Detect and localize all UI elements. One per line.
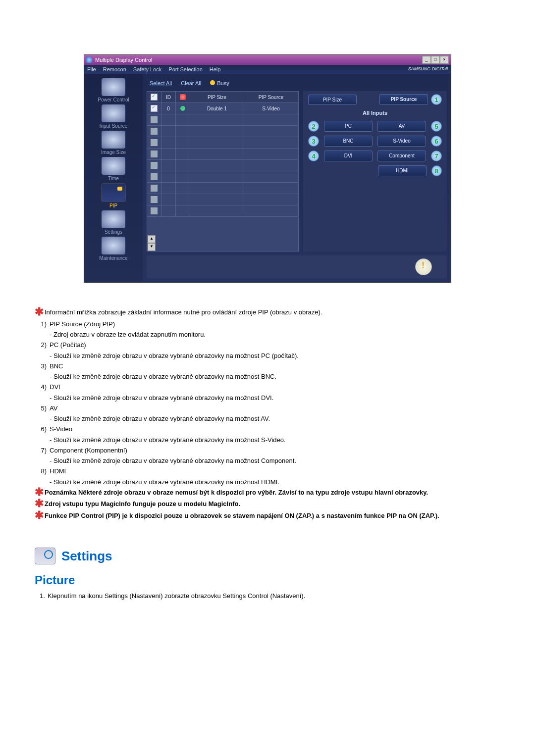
list-title: BNC xyxy=(50,361,63,371)
input-svideo-button[interactable]: S-Video xyxy=(377,136,426,147)
pip-source-button[interactable]: PIP Source xyxy=(379,94,428,105)
time-icon xyxy=(102,157,125,175)
row-id: 0 xyxy=(161,103,176,114)
callout-1: 1 xyxy=(431,94,442,105)
sidebar-item-maintenance[interactable]: Maintenance xyxy=(89,237,138,261)
sidebar-label: Power Control xyxy=(89,97,138,102)
input-hdmi-button[interactable]: HDMI xyxy=(378,165,427,176)
list-desc: - Zdroj obrazu v obraze lze ovládat zapn… xyxy=(35,331,500,338)
info-grid: ID PIP Size PIP Source 0 Double 1 S-Vid xyxy=(147,91,299,252)
header-pip-source: PIP Source xyxy=(244,92,298,102)
list-desc: - Slouží ke změně zdroje obrazu v obraze… xyxy=(35,352,500,359)
minimize-button[interactable]: _ xyxy=(422,56,431,64)
star-icon xyxy=(35,488,45,498)
grid-row[interactable] xyxy=(147,205,298,217)
all-inputs-label: All Inputs xyxy=(308,110,442,116)
row-checkbox[interactable] xyxy=(151,162,158,169)
menu-safety-lock[interactable]: Safety Lock xyxy=(133,66,161,72)
menu-file[interactable]: File xyxy=(87,66,96,72)
callout-5: 5 xyxy=(431,121,442,132)
grid-row[interactable] xyxy=(147,149,298,160)
input-source-icon xyxy=(102,104,125,122)
list-desc: - Slouží ke změně zdroje obrazu v obraze… xyxy=(35,415,500,422)
callout-4: 4 xyxy=(308,151,319,161)
sidebar-item-pip[interactable]: PIP xyxy=(89,183,138,208)
grid-row[interactable] xyxy=(147,160,298,171)
grid-row[interactable]: 0 Double 1 S-Video xyxy=(147,103,298,114)
scroll-up-icon[interactable]: ▲ xyxy=(148,235,156,243)
status-dot-icon xyxy=(180,106,185,111)
row-checkbox[interactable] xyxy=(151,139,158,146)
row-checkbox[interactable] xyxy=(151,128,158,135)
grid-row[interactable] xyxy=(147,137,298,149)
select-all-button[interactable]: Select All xyxy=(150,80,172,86)
list-number: 3) xyxy=(35,361,47,371)
grid-header: ID PIP Size PIP Source xyxy=(147,92,298,103)
list-number: 1. xyxy=(40,591,48,601)
sidebar-item-time[interactable]: Time xyxy=(89,157,138,181)
grid-row[interactable] xyxy=(147,194,298,205)
row-checkbox[interactable] xyxy=(151,105,158,112)
grid-row[interactable] xyxy=(147,126,298,137)
input-dvi-button[interactable]: DVI xyxy=(324,151,373,161)
document-body: Informační mřížka zobrazuje základní inf… xyxy=(35,307,500,601)
title-bar: Multiple Display Control _ □ × xyxy=(84,55,451,65)
row-checkbox[interactable] xyxy=(151,173,158,180)
star-icon xyxy=(35,307,45,317)
row-checkbox[interactable] xyxy=(151,185,158,192)
sidebar-label: Time xyxy=(89,176,138,181)
list-desc: - Slouží ke změně zdroje obrazu v obraze… xyxy=(35,436,500,444)
header-status-icon xyxy=(180,94,186,100)
note-text: Funkce PIP Control (PIP) je k dispozici … xyxy=(45,511,439,521)
maximize-button[interactable]: □ xyxy=(431,56,440,64)
sidebar-item-settings[interactable]: Settings xyxy=(89,210,138,235)
grid-row[interactable] xyxy=(147,183,298,194)
menu-port-selection[interactable]: Port Selection xyxy=(168,66,202,72)
pip-size-button[interactable]: PIP Size xyxy=(308,95,357,105)
list-number: 2) xyxy=(35,340,47,350)
sidebar-item-power-control[interactable]: Power Control xyxy=(89,78,138,102)
sidebar-label: Image Size xyxy=(89,150,138,155)
menu-help[interactable]: Help xyxy=(210,66,221,72)
sidebar-label: Settings xyxy=(89,229,138,235)
warning-icon xyxy=(415,258,432,275)
pip-icon xyxy=(101,183,126,202)
row-pip-source: S-Video xyxy=(244,103,298,114)
grid-row[interactable] xyxy=(147,114,298,126)
maintenance-icon xyxy=(102,237,125,254)
callout-2: 2 xyxy=(308,121,319,132)
list-desc: - Slouží ke změně zdroje obrazu v obraze… xyxy=(35,394,500,402)
grid-scrollbar[interactable]: ▲ ▼ xyxy=(147,235,156,251)
grid-row[interactable] xyxy=(147,171,298,183)
menu-remocon[interactable]: Remocon xyxy=(103,66,126,72)
scroll-down-icon[interactable]: ▼ xyxy=(148,243,156,251)
close-button[interactable]: × xyxy=(440,56,449,64)
row-checkbox[interactable] xyxy=(151,207,158,214)
sidebar-label: Input Source xyxy=(89,123,138,129)
list-title: DVI xyxy=(50,382,60,392)
input-pc-button[interactable]: PC xyxy=(324,121,373,132)
row-checkbox[interactable] xyxy=(151,151,158,157)
note-text: Informační mřížka zobrazuje základní inf… xyxy=(45,307,322,317)
sidebar-item-input-source[interactable]: Input Source xyxy=(89,104,138,129)
sidebar-label: Maintenance xyxy=(89,255,138,261)
busy-indicator: Busy xyxy=(210,80,229,86)
side-panel: PIP Size PIP Source 1 All Inputs 2 PC AV… xyxy=(303,91,447,252)
list-desc: - Slouží ke změně zdroje obrazu v obraze… xyxy=(35,478,500,486)
list-title: S-Video xyxy=(50,424,72,434)
sidebar-item-image-size[interactable]: Image Size xyxy=(89,131,138,155)
list-title: Component (Komponentní) xyxy=(50,446,127,455)
row-checkbox[interactable] xyxy=(151,116,158,123)
clear-all-button[interactable]: Clear All xyxy=(181,80,201,86)
settings-icon xyxy=(102,210,125,228)
input-component-button[interactable]: Component xyxy=(377,151,426,161)
list-title: PC (Počítač) xyxy=(50,340,86,350)
power-icon xyxy=(102,78,125,96)
list-number: 4) xyxy=(35,382,47,392)
input-av-button[interactable]: AV xyxy=(377,121,426,132)
list-title: HDMI xyxy=(50,466,66,476)
row-checkbox[interactable] xyxy=(151,196,158,203)
input-bnc-button[interactable]: BNC xyxy=(324,136,373,147)
header-checkbox[interactable] xyxy=(151,94,158,101)
settings-section-icon xyxy=(35,548,55,564)
